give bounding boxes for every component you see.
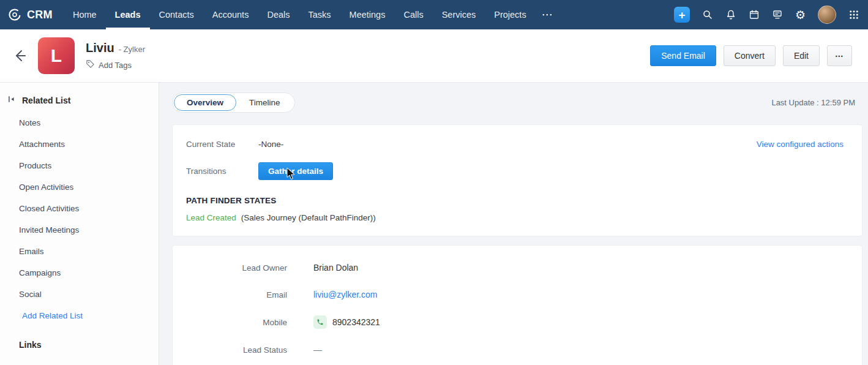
pathfinder-card: Current State -None- View configured act… [172,124,862,236]
record-header: L Liviu - Zylker Add Tags Send Email Con… [0,29,868,83]
pathfinder-states-title: PATH FINDER STATES [186,196,848,205]
record-company: - Zylker [119,45,145,54]
email-value-link[interactable]: liviu@zylker.com [313,290,377,299]
edit-button[interactable]: Edit [783,45,820,66]
mobile-label: Mobile [186,318,287,327]
email-label: Email [186,290,287,299]
add-tags-label: Add Tags [99,61,132,70]
quick-create-button[interactable]: + [674,7,690,23]
content-area: Related List Notes Attachments Products … [0,83,868,365]
nav-accounts[interactable]: Accounts [203,0,258,29]
tab-overview[interactable]: Overview [174,94,236,111]
related-list-sidebar: Related List Notes Attachments Products … [0,83,159,365]
plus-icon: + [678,9,685,21]
apps-grid-icon[interactable] [848,9,859,20]
tabs-row: Overview Timeline Last Update : 12:59 PM [172,92,862,113]
mobile-value[interactable]: 8902342321 [332,317,380,327]
nav-projects[interactable]: Projects [485,0,535,29]
record-avatar: L [38,37,75,74]
settings-gear-icon[interactable]: ⚙ [795,9,806,21]
calendar-icon[interactable] [749,9,760,20]
lead-owner-value: Brian Dolan [313,263,358,273]
primary-nav: Home Leads Contacts Accounts Deals Tasks… [64,0,559,29]
nav-more-icon[interactable]: ⋯ [536,0,559,29]
tag-icon [86,59,95,70]
main-panel: Overview Timeline Last Update : 12:59 PM… [159,83,868,365]
brand[interactable]: CRM [7,0,53,29]
billing-icon[interactable] [772,9,783,20]
record-title-block: Liviu - Zylker Add Tags [86,41,145,70]
related-list-title: Related List [22,96,70,105]
topnav-right-icons: + [674,0,859,29]
phone-call-icon[interactable] [313,315,327,329]
sidebar-item-emails[interactable]: Emails [0,241,159,262]
sidebar-item-attachments[interactable]: Attachments [0,134,159,155]
sidebar-item-products[interactable]: Products [0,155,159,176]
last-update-text: Last Update : 12:59 PM [771,98,862,107]
nav-deals[interactable]: Deals [258,0,299,29]
gather-details-button[interactable]: Gather details [258,162,333,180]
lead-owner-label: Lead Owner [186,263,287,273]
nav-calls[interactable]: Calls [394,0,432,29]
field-row-lead-owner: Lead Owner Brian Dolan [186,262,848,274]
send-email-button[interactable]: Send Email [650,45,716,66]
user-avatar[interactable] [818,6,836,24]
more-actions-button[interactable]: ⋯ [827,45,852,66]
field-row-email: Email liviu@zylker.com [186,288,848,301]
record-actions: Send Email Convert Edit ⋯ [650,45,852,66]
nav-home[interactable]: Home [64,0,106,29]
search-icon[interactable] [702,9,713,20]
nav-leads[interactable]: Leads [106,0,150,29]
crm-logo-icon [7,7,22,22]
record-avatar-letter: L [51,45,62,66]
nav-meetings[interactable]: Meetings [340,0,395,29]
lead-status-value: — [313,345,322,355]
links-section-title: Links [0,326,159,355]
sidebar-item-invited-meetings[interactable]: Invited Meetings [0,219,159,241]
sidebar-item-closed-activities[interactable]: Closed Activities [0,198,159,219]
tab-timeline[interactable]: Timeline [236,94,293,111]
nav-services[interactable]: Services [433,0,485,29]
transitions-label: Transitions [186,167,258,176]
current-state-value: -None- [258,140,283,149]
sidebar-item-campaigns[interactable]: Campaigns [0,262,159,284]
pathfinder-journey-text: (Sales Journey (Default PathFinder)) [241,213,376,222]
collapse-panel-icon[interactable] [7,95,16,106]
lead-details-card: Lead Owner Brian Dolan Email liviu@zylke… [172,245,862,365]
lead-status-label: Lead Status [186,345,287,355]
notifications-bell-icon[interactable] [725,9,736,20]
nav-tasks[interactable]: Tasks [299,0,340,29]
field-row-lead-status: Lead Status — [186,344,848,356]
top-navigation-bar: CRM Home Leads Contacts Accounts Deals T… [0,0,868,29]
convert-button[interactable]: Convert [724,45,776,66]
sidebar-item-notes[interactable]: Notes [0,112,159,134]
add-tags-button[interactable]: Add Tags [86,59,145,70]
view-configured-actions-link[interactable]: View configured actions [757,140,848,149]
sidebar-item-social[interactable]: Social [0,284,159,305]
pathfinder-state-value[interactable]: Lead Created [186,213,236,222]
view-tabs: Overview Timeline [172,92,295,113]
brand-name: CRM [27,9,53,21]
sidebar-item-open-activities[interactable]: Open Activities [0,176,159,198]
nav-contacts[interactable]: Contacts [150,0,203,29]
record-name: Liviu [86,41,114,55]
add-related-list-link[interactable]: Add Related List [0,305,159,326]
current-state-label: Current State [186,140,258,149]
back-arrow-icon[interactable] [12,48,27,63]
field-row-mobile: Mobile 8902342321 [186,315,848,329]
